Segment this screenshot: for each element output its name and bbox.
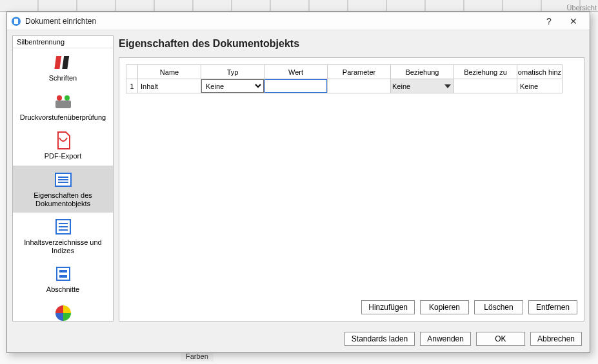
col-header-parameter[interactable]: Parameter bbox=[328, 65, 391, 79]
cell-value-input[interactable] bbox=[264, 79, 327, 93]
cell-relation-select[interactable]: Keine bbox=[391, 79, 453, 93]
svg-rect-16 bbox=[59, 270, 67, 273]
col-header-relation-to[interactable]: Beziehung zu bbox=[454, 65, 517, 79]
svg-point-6 bbox=[65, 95, 70, 101]
color-management-icon bbox=[53, 303, 74, 321]
category-sidebar: Silbentrennung Schriften Druckvorstufenü… bbox=[12, 35, 114, 321]
col-header-blank bbox=[126, 65, 138, 79]
bg-panel-label: Übersicht bbox=[567, 4, 597, 12]
sidebar-item-preflight[interactable]: Druckvorstufenüberprüfung bbox=[13, 88, 113, 127]
sidebar-item-label: Abschnitte bbox=[46, 285, 79, 294]
help-button[interactable]: ? bbox=[537, 12, 561, 30]
ok-button[interactable]: OK bbox=[476, 332, 525, 346]
col-header-name[interactable]: Name bbox=[138, 65, 201, 79]
svg-rect-2 bbox=[54, 56, 61, 69]
remove-button[interactable]: Entfernen bbox=[528, 300, 577, 314]
copy-button[interactable]: Kopieren bbox=[420, 300, 469, 314]
properties-table: Name Typ Wert Parameter Beziehung Bezieh… bbox=[126, 64, 563, 93]
add-button[interactable]: Hinzufügen bbox=[361, 300, 415, 314]
cell-auto[interactable]: Keine bbox=[517, 80, 562, 93]
sidebar-item-label: Druckvorstufenüberprüfung bbox=[20, 113, 106, 122]
doc-properties-icon bbox=[53, 169, 74, 190]
col-header-relation[interactable]: Beziehung bbox=[391, 65, 454, 79]
table-row[interactable]: 1 Inhalt Keine bbox=[126, 79, 563, 93]
delete-button[interactable]: Löschen bbox=[474, 300, 523, 314]
properties-frame: Name Typ Wert Parameter Beziehung Bezieh… bbox=[119, 57, 584, 321]
fonts-icon bbox=[53, 52, 74, 73]
sidebar-item-sections[interactable]: Abschnitte bbox=[13, 260, 113, 299]
background-ruler bbox=[0, 0, 598, 12]
panel-heading: Eigenschaften des Dokumentobjekts bbox=[119, 38, 584, 50]
sidebar-item-color-management[interactable]: Farbmanagement bbox=[13, 299, 113, 321]
sections-icon bbox=[53, 263, 74, 284]
load-defaults-button[interactable]: Standards laden bbox=[344, 332, 415, 346]
svg-rect-17 bbox=[59, 275, 67, 278]
svg-rect-4 bbox=[55, 101, 71, 108]
main-panel: Eigenschaften des Dokumentobjekts Name T… bbox=[119, 35, 584, 321]
dialog-titlebar: Dokument einrichten ? ✕ bbox=[7, 12, 590, 30]
svg-rect-3 bbox=[62, 56, 69, 69]
apply-button[interactable]: Anwenden bbox=[420, 332, 471, 346]
sidebar-item-label: Schriften bbox=[49, 74, 77, 82]
cell-name[interactable]: Inhalt bbox=[138, 80, 201, 93]
sidebar-item-label: Eigenschaften des Dokumentobjekts bbox=[15, 191, 110, 207]
sidebar-item-label: Inhaltsverzeichnisse und Indizes bbox=[15, 238, 110, 254]
sidebar-item-label: PDF-Export bbox=[45, 152, 81, 160]
table-button-row: Hinzufügen Kopieren Löschen Entfernen bbox=[126, 294, 577, 314]
dialog-title: Dokument einrichten bbox=[25, 17, 537, 26]
dialog-footer: Standards laden Anwenden OK Abbrechen bbox=[7, 327, 590, 352]
sidebar-item-doc-properties[interactable]: Eigenschaften des Dokumentobjekts bbox=[13, 166, 113, 213]
sidebar-item-fonts[interactable]: Schriften bbox=[13, 48, 113, 88]
sidebar-item-pdf-export[interactable]: PDF-Export bbox=[13, 126, 113, 166]
sidebar-item-toc-index[interactable]: Inhaltsverzeichnisse und Indizes bbox=[13, 213, 113, 260]
document-setup-dialog: Dokument einrichten ? ✕ Silbentrennung S… bbox=[6, 12, 590, 353]
sidebar-list[interactable]: Schriften Druckvorstufenüberprüfung PDF-… bbox=[13, 48, 113, 321]
sidebar-current-category: Silbentrennung bbox=[13, 36, 113, 48]
row-number: 1 bbox=[126, 80, 137, 93]
svg-rect-1 bbox=[14, 19, 18, 24]
pdf-icon bbox=[53, 130, 74, 151]
col-header-auto[interactable]: omatisch hinz bbox=[517, 65, 563, 79]
svg-rect-15 bbox=[57, 267, 70, 280]
cell-type-select[interactable]: Keine bbox=[201, 79, 264, 93]
svg-point-5 bbox=[57, 95, 62, 101]
preflight-icon bbox=[53, 91, 74, 112]
col-header-value[interactable]: Wert bbox=[264, 65, 328, 79]
toc-icon bbox=[53, 216, 74, 237]
col-header-type[interactable]: Typ bbox=[201, 65, 264, 79]
scribus-icon bbox=[11, 16, 21, 26]
cancel-button[interactable]: Abbrechen bbox=[530, 332, 582, 346]
close-button[interactable]: ✕ bbox=[561, 12, 586, 30]
properties-grid-scroll[interactable]: Name Typ Wert Parameter Beziehung Bezieh… bbox=[126, 64, 577, 294]
